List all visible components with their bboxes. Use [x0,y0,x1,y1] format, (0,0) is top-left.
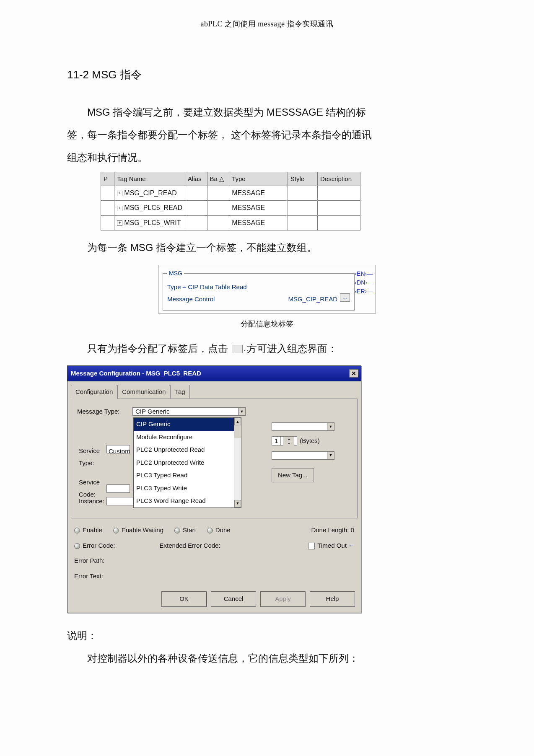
chevron-down-icon: ▼ [327,423,334,430]
dropdown-item[interactable]: CIP Generic [134,418,241,431]
dropdown-item[interactable]: PLC3 Typed Read [134,469,241,482]
service-code-input[interactable] [106,484,130,493]
instance-input[interactable] [106,497,136,505]
msg-legend: MSG [167,268,184,279]
expand-icon[interactable]: + [117,206,122,211]
expand-icon[interactable]: + [117,220,122,226]
dropdown-item[interactable]: PLC3 Word Range Read [134,495,241,507]
section-title: 11-2 MSG 指令 [67,65,467,85]
message-type-label: Message Type: [77,406,127,418]
timed-out-checkbox[interactable]: Timed Out ← [308,540,354,552]
caption-tags: 为每一条 MSG 指令建立一个标签，不能建立数组。 [67,238,467,257]
tag-name: MSG_PLC5_WRIT [124,219,181,226]
help-button[interactable]: Help [310,591,355,607]
close-icon: ✕ [351,368,356,379]
error-path-label: Error Path: [74,555,105,567]
status-done: Done [207,524,231,536]
tag-name: MSG_PLC5_READ [124,204,182,211]
col-style[interactable]: Style [288,172,317,186]
tag-type: MESSAGE [229,201,288,215]
checkbox-icon [308,543,315,549]
explain-label: 说明： [67,626,467,646]
table-row[interactable]: +MSG_CIP_READ MESSAGE [101,186,360,201]
led-icon [113,528,119,533]
spin-down-icon[interactable]: ▼ [283,441,294,445]
instance-label: Instance: [79,495,104,507]
source-element-select[interactable]: ▼ [272,451,334,460]
msg-control-label: Message Control [167,293,218,306]
intro-line-3: 组态和执行情况。 [67,148,467,168]
led-icon [207,528,213,533]
scrollbar[interactable]: ▲ ▼ [234,418,241,507]
message-type-value: CIP Generic [135,406,169,418]
msg-rails: ‹EN›— ‹DN›— ‹ER›— [355,269,373,296]
table-row[interactable]: +MSG_PLC5_READ MESSAGE [101,201,360,215]
chevron-down-icon: ▼ [327,452,334,459]
col-alias[interactable]: Alias [185,172,207,186]
led-icon [74,528,80,533]
rail-dn: ‹DN›— [355,278,373,287]
intro-line-2: 签，每一条指令都要分配一个标签， 这个标签将记录本条指令的通讯 [67,125,467,145]
dropdown-item[interactable]: Module Reconfigure [134,431,241,444]
tag-table: P Tag Name Alias Ba △ Type Style Descrip… [101,172,360,231]
status-start: Start [174,524,196,536]
doc-header: abPLC 之间使用 message 指令实现通讯 [67,17,467,31]
bytes-value: 1 [272,437,280,445]
ellipsis-button[interactable]: ... [340,293,350,302]
dropdown-item[interactable]: PLC2 Unprotected Read [134,443,241,456]
new-tag-button[interactable]: New Tag... [272,468,314,483]
message-configuration-dialog: Message Configuration - MSG_PLC5_READ ✕ … [67,365,361,613]
dialog-title: Message Configuration - MSG_PLC5_READ [71,368,201,380]
ellipsis-button-inline[interactable]: ... [233,345,243,353]
arrow-left-icon: ← [348,542,354,549]
scroll-down-icon[interactable]: ▼ [234,500,241,507]
status-enable-waiting: Enable Waiting [113,524,163,536]
explain-body: 对控制器以外的各种设备传送信息，它的信息类型如下所列： [67,648,467,668]
col-description[interactable]: Description [317,172,360,186]
dest-element-select[interactable]: ▼ [272,422,334,431]
status-enable: Enable [74,524,102,536]
ext-error-code: Extended Error Code: [160,540,220,552]
message-type-select[interactable]: CIP Generic ▼ [132,407,246,416]
close-button[interactable]: ✕ [349,369,358,378]
caption-click: 只有为指令分配了标签后，点击 ... 方可进入组态界面： [67,339,467,358]
intro-line-1: MSG 指令编写之前，要建立数据类型为 MESSSAGE 结构的标 [67,102,467,122]
led-icon [174,528,180,533]
tag-type: MESSAGE [229,186,288,201]
message-type-dropdown[interactable]: CIP Generic Module Reconfigure PLC2 Unpr… [133,417,241,508]
done-length: Done Length: 0 [311,524,354,536]
error-text-label: Error Text: [74,570,103,583]
status-error-code: Error Code: [74,540,115,552]
table-row[interactable]: +MSG_PLC5_WRIT MESSAGE [101,215,360,230]
scroll-up-icon[interactable]: ▲ [234,418,241,425]
col-tag-name[interactable]: Tag Name [114,172,185,186]
msg-block-caption: 分配信息块标签 [158,317,376,331]
tab-configuration[interactable]: Configuration [71,385,117,399]
titlebar[interactable]: Message Configuration - MSG_PLC5_READ ✕ [67,366,361,381]
msg-type-label: Type – CIP Data Table Read [167,281,350,293]
ok-button[interactable]: OK [161,591,207,607]
apply-button[interactable]: Apply [260,591,306,607]
service-type-input[interactable]: Custom [106,445,130,453]
tag-name: MSG_CIP_READ [124,189,176,197]
msg-control-value: MSG_CIP_READ [288,293,337,306]
tag-type: MESSAGE [229,215,288,230]
bytes-stepper[interactable]: 1 ▲ ▼ [272,436,297,445]
rail-er: ‹ER›— [355,287,373,296]
scroll-thumb[interactable] [234,425,241,438]
col-ba[interactable]: Ba △ [207,172,229,186]
cancel-button[interactable]: Cancel [211,591,256,607]
expand-icon[interactable]: + [117,191,122,196]
led-icon [74,543,80,549]
tab-communication[interactable]: Communication [117,385,170,399]
chevron-down-icon: ▼ [238,408,245,415]
tab-body-configuration: Message Type: CIP Generic ▼ CIP Generic … [71,399,358,518]
tab-tag[interactable]: Tag [170,385,189,399]
dropdown-item[interactable]: PLC3 Typed Write [134,482,241,495]
col-p[interactable]: P [101,172,114,186]
rail-en: ‹EN›— [355,269,373,278]
dropdown-item[interactable]: PLC2 Unprotected Write [134,456,241,469]
col-type[interactable]: Type [229,172,288,186]
bytes-label: (Bytes) [300,435,320,447]
msg-ladder-block: MSG Type – CIP Data Table Read Message C… [158,265,376,331]
